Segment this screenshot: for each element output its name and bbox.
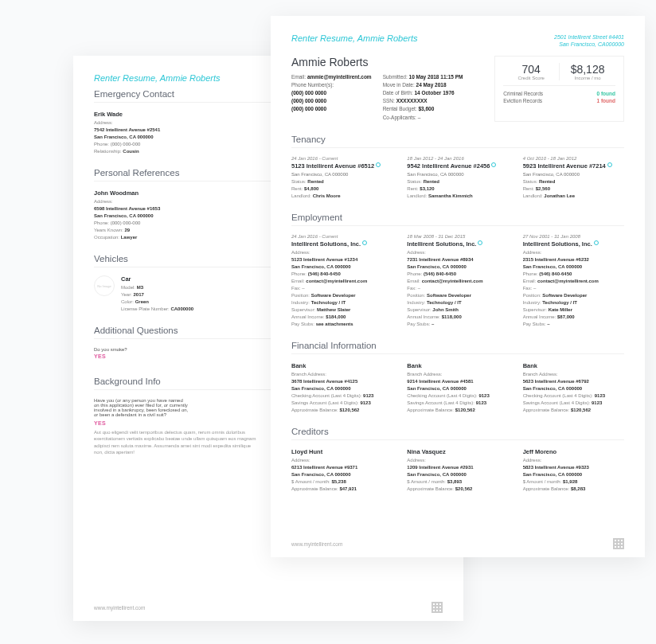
employment-entry: 24 Jan 2016 - Current Intellirent Soluti…	[291, 234, 392, 328]
applicant-name: Ammie Roberts	[291, 56, 482, 68]
page-footer: www.myintellirent.com	[291, 538, 624, 549]
vehicle-entry: No Image Car Model: M3 Year: 2017 Color:…	[94, 275, 261, 313]
resume-page-1: Renter Resume, Ammie Roberts 2501 Intell…	[271, 16, 645, 557]
verified-icon	[491, 162, 496, 167]
tenancy-entry: 4 Oct 2010 - 18 Jan 2012 5923 Intelliren…	[523, 156, 624, 200]
no-image-icon: No Image	[94, 275, 115, 296]
section-tenancy: Tenancy	[291, 135, 624, 148]
reference: John Woodman Address: 6598 Intellirent A…	[94, 189, 261, 241]
eviction-records: Eviction Records 1 found	[503, 98, 615, 103]
verified-icon	[376, 162, 381, 167]
financial-entry: Bank Branch Address: 3678 Intellirent Av…	[291, 362, 392, 414]
header-address: 2501 Intellirent Street #4401San Francis…	[554, 33, 624, 48]
monthly-income: $8,128 Income / mo	[559, 63, 615, 80]
section-creditors: Creditors	[291, 427, 624, 440]
qr-code-icon	[613, 538, 624, 549]
footer-url: www.myintellirent.com	[94, 605, 145, 611]
verified-icon	[478, 240, 482, 245]
verified-icon	[607, 162, 612, 167]
verified-icon	[362, 240, 367, 245]
question-entry: Do you smoke? YES	[94, 347, 261, 364]
footer-url: www.myintellirent.com	[291, 541, 342, 547]
financial-entry: Bank Branch Address: 9214 Intellirent Av…	[407, 362, 508, 414]
applicant-summary: Ammie Roberts Email: ammie@myintellirent…	[291, 56, 482, 121]
creditor-entry: Lloyd Hunt Address: 6213 Intellirent Ave…	[291, 448, 392, 493]
creditor-entry: Jeff Moreno Address: 5823 Intellirent Av…	[523, 448, 624, 493]
tenancy-entry: 24 Jan 2016 - Current 5123 Intellirent A…	[291, 156, 392, 200]
financial-entry: Bank Branch Address: 5623 Intellirent Av…	[523, 362, 624, 414]
score-panel: 704 Credit Score $8,128 Income / mo Crim…	[494, 56, 624, 121]
tenancy-entry: 18 Jan 2012 - 24 Jan 2016 9542 Intellire…	[407, 156, 508, 200]
emergency-contact: Erik Wade Address: 7542 Intellirent Aven…	[94, 111, 261, 155]
section-financial: Financial Information	[291, 341, 624, 354]
doc-title: Renter Resume, Ammie Roberts	[291, 33, 418, 43]
creditor-entry: Nina Vasquez Address: 1209 Intellirent A…	[407, 448, 508, 493]
criminal-records: Criminal Records 0 found	[503, 91, 615, 96]
qr-code-icon	[431, 602, 443, 613]
background-entry: Have you (or any person you have named o…	[94, 398, 261, 456]
employment-entry: 18 Mar 2008 - 31 Dec 2015 Intellirent So…	[407, 234, 508, 328]
page-footer: www.myintellirent.com	[94, 602, 443, 613]
verified-icon	[594, 240, 599, 245]
employment-entry: 27 Nov 2001 - 31 Jan 2008 Intellirent So…	[523, 234, 624, 328]
credit-score: 704 Credit Score	[503, 63, 559, 80]
section-employment: Employment	[291, 213, 624, 226]
